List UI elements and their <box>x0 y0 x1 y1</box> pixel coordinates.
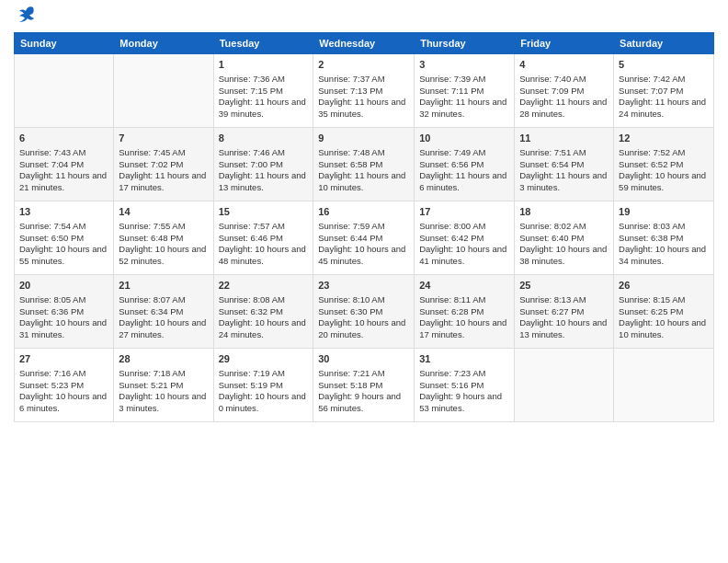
day-info: Sunrise: 8:08 AM Sunset: 6:32 PM Dayligh… <box>219 294 309 341</box>
day-info: Sunrise: 7:18 AM Sunset: 5:21 PM Dayligh… <box>119 368 208 415</box>
day-info: Sunrise: 8:03 AM Sunset: 6:38 PM Dayligh… <box>619 221 709 268</box>
day-info: Sunrise: 7:49 AM Sunset: 6:56 PM Dayligh… <box>419 147 509 194</box>
calendar-cell: 13Sunrise: 7:54 AM Sunset: 6:50 PM Dayli… <box>15 201 114 275</box>
calendar-cell: 29Sunrise: 7:19 AM Sunset: 5:19 PM Dayli… <box>213 349 313 422</box>
page: SundayMondayTuesdayWednesdayThursdayFrid… <box>0 0 728 563</box>
col-header-wednesday: Wednesday <box>313 33 415 54</box>
logo <box>14 9 37 25</box>
day-number: 18 <box>519 205 609 219</box>
calendar-cell: 1Sunrise: 7:36 AM Sunset: 7:15 PM Daylig… <box>213 54 313 128</box>
day-number: 29 <box>219 352 309 366</box>
day-info: Sunrise: 7:57 AM Sunset: 6:46 PM Dayligh… <box>219 221 309 268</box>
day-info: Sunrise: 7:19 AM Sunset: 5:19 PM Dayligh… <box>219 368 309 415</box>
calendar-cell: 27Sunrise: 7:16 AM Sunset: 5:23 PM Dayli… <box>15 349 114 422</box>
day-number: 7 <box>119 132 208 145</box>
calendar-cell: 9Sunrise: 7:48 AM Sunset: 6:58 PM Daylig… <box>313 128 415 201</box>
calendar-cell: 4Sunrise: 7:40 AM Sunset: 7:09 PM Daylig… <box>515 54 614 128</box>
calendar-cell: 31Sunrise: 7:23 AM Sunset: 5:16 PM Dayli… <box>415 349 515 422</box>
calendar-cell: 25Sunrise: 8:13 AM Sunset: 6:27 PM Dayli… <box>515 275 614 349</box>
calendar-cell: 18Sunrise: 8:02 AM Sunset: 6:40 PM Dayli… <box>515 201 614 275</box>
day-info: Sunrise: 7:21 AM Sunset: 5:18 PM Dayligh… <box>318 368 409 415</box>
day-info: Sunrise: 7:39 AM Sunset: 7:11 PM Dayligh… <box>419 74 509 121</box>
day-info: Sunrise: 7:55 AM Sunset: 6:48 PM Dayligh… <box>119 221 208 268</box>
calendar-cell: 14Sunrise: 7:55 AM Sunset: 6:48 PM Dayli… <box>114 201 213 275</box>
week-row-2: 6Sunrise: 7:43 AM Sunset: 7:04 PM Daylig… <box>15 128 714 201</box>
week-row-1: 1Sunrise: 7:36 AM Sunset: 7:15 PM Daylig… <box>15 54 714 128</box>
calendar: SundayMondayTuesdayWednesdayThursdayFrid… <box>14 32 714 422</box>
day-number: 11 <box>519 132 609 145</box>
calendar-cell <box>614 349 714 422</box>
calendar-cell <box>515 349 614 422</box>
calendar-cell: 16Sunrise: 7:59 AM Sunset: 6:44 PM Dayli… <box>313 201 415 275</box>
day-number: 8 <box>219 132 309 145</box>
calendar-cell: 7Sunrise: 7:45 AM Sunset: 7:02 PM Daylig… <box>114 128 213 201</box>
week-row-4: 20Sunrise: 8:05 AM Sunset: 6:36 PM Dayli… <box>15 275 714 349</box>
day-number: 12 <box>619 132 709 145</box>
calendar-cell: 3Sunrise: 7:39 AM Sunset: 7:11 PM Daylig… <box>415 54 515 128</box>
day-info: Sunrise: 7:46 AM Sunset: 7:00 PM Dayligh… <box>219 147 309 194</box>
day-number: 14 <box>119 205 208 219</box>
day-info: Sunrise: 7:36 AM Sunset: 7:15 PM Dayligh… <box>219 74 309 121</box>
calendar-cell: 19Sunrise: 8:03 AM Sunset: 6:38 PM Dayli… <box>614 201 714 275</box>
col-header-tuesday: Tuesday <box>213 33 313 54</box>
calendar-cell: 20Sunrise: 8:05 AM Sunset: 6:36 PM Dayli… <box>15 275 114 349</box>
day-number: 6 <box>19 132 108 145</box>
calendar-cell: 28Sunrise: 7:18 AM Sunset: 5:21 PM Dayli… <box>114 349 213 422</box>
day-number: 16 <box>318 205 409 219</box>
day-number: 31 <box>419 352 509 366</box>
day-number: 26 <box>619 279 709 293</box>
day-number: 23 <box>318 279 409 293</box>
day-info: Sunrise: 7:54 AM Sunset: 6:50 PM Dayligh… <box>19 221 108 268</box>
col-header-monday: Monday <box>114 33 213 54</box>
day-number: 21 <box>119 279 208 293</box>
calendar-cell: 11Sunrise: 7:51 AM Sunset: 6:54 PM Dayli… <box>515 128 614 201</box>
day-number: 5 <box>619 58 709 72</box>
day-info: Sunrise: 7:48 AM Sunset: 6:58 PM Dayligh… <box>318 147 409 194</box>
week-row-5: 27Sunrise: 7:16 AM Sunset: 5:23 PM Dayli… <box>15 349 714 422</box>
day-info: Sunrise: 8:13 AM Sunset: 6:27 PM Dayligh… <box>519 294 609 341</box>
week-row-3: 13Sunrise: 7:54 AM Sunset: 6:50 PM Dayli… <box>15 201 714 275</box>
day-number: 1 <box>219 58 309 72</box>
calendar-cell: 6Sunrise: 7:43 AM Sunset: 7:04 PM Daylig… <box>15 128 114 201</box>
day-info: Sunrise: 7:42 AM Sunset: 7:07 PM Dayligh… <box>619 74 709 121</box>
day-info: Sunrise: 8:05 AM Sunset: 6:36 PM Dayligh… <box>19 294 108 341</box>
day-info: Sunrise: 7:37 AM Sunset: 7:13 PM Dayligh… <box>318 74 409 121</box>
day-info: Sunrise: 8:15 AM Sunset: 6:25 PM Dayligh… <box>619 294 709 341</box>
header <box>14 9 714 25</box>
day-number: 25 <box>519 279 609 293</box>
calendar-cell: 10Sunrise: 7:49 AM Sunset: 6:56 PM Dayli… <box>415 128 515 201</box>
day-number: 28 <box>119 352 208 366</box>
col-header-sunday: Sunday <box>15 33 114 54</box>
day-number: 20 <box>19 279 108 293</box>
calendar-cell: 23Sunrise: 8:10 AM Sunset: 6:30 PM Dayli… <box>313 275 415 349</box>
logo-bird-icon <box>17 5 37 25</box>
day-number: 2 <box>318 58 409 72</box>
calendar-cell: 21Sunrise: 8:07 AM Sunset: 6:34 PM Dayli… <box>114 275 213 349</box>
day-number: 13 <box>19 205 108 219</box>
day-info: Sunrise: 7:59 AM Sunset: 6:44 PM Dayligh… <box>318 221 409 268</box>
calendar-cell: 12Sunrise: 7:52 AM Sunset: 6:52 PM Dayli… <box>614 128 714 201</box>
calendar-cell: 8Sunrise: 7:46 AM Sunset: 7:00 PM Daylig… <box>213 128 313 201</box>
day-info: Sunrise: 7:45 AM Sunset: 7:02 PM Dayligh… <box>119 147 208 194</box>
day-number: 22 <box>219 279 309 293</box>
day-info: Sunrise: 8:10 AM Sunset: 6:30 PM Dayligh… <box>318 294 409 341</box>
day-number: 24 <box>419 279 509 293</box>
day-number: 9 <box>318 132 409 145</box>
day-number: 30 <box>318 352 409 366</box>
calendar-cell: 15Sunrise: 7:57 AM Sunset: 6:46 PM Dayli… <box>213 201 313 275</box>
day-info: Sunrise: 7:51 AM Sunset: 6:54 PM Dayligh… <box>519 147 609 194</box>
calendar-cell: 30Sunrise: 7:21 AM Sunset: 5:18 PM Dayli… <box>313 349 415 422</box>
calendar-cell: 24Sunrise: 8:11 AM Sunset: 6:28 PM Dayli… <box>415 275 515 349</box>
day-number: 17 <box>419 205 509 219</box>
calendar-cell: 22Sunrise: 8:08 AM Sunset: 6:32 PM Dayli… <box>213 275 313 349</box>
day-info: Sunrise: 7:43 AM Sunset: 7:04 PM Dayligh… <box>19 147 108 194</box>
calendar-cell: 2Sunrise: 7:37 AM Sunset: 7:13 PM Daylig… <box>313 54 415 128</box>
col-header-friday: Friday <box>515 33 614 54</box>
day-number: 4 <box>519 58 609 72</box>
day-info: Sunrise: 7:52 AM Sunset: 6:52 PM Dayligh… <box>619 147 709 194</box>
day-info: Sunrise: 8:00 AM Sunset: 6:42 PM Dayligh… <box>419 221 509 268</box>
day-number: 27 <box>19 352 108 366</box>
calendar-cell: 5Sunrise: 7:42 AM Sunset: 7:07 PM Daylig… <box>614 54 714 128</box>
calendar-header-row: SundayMondayTuesdayWednesdayThursdayFrid… <box>15 33 714 54</box>
day-number: 3 <box>419 58 509 72</box>
